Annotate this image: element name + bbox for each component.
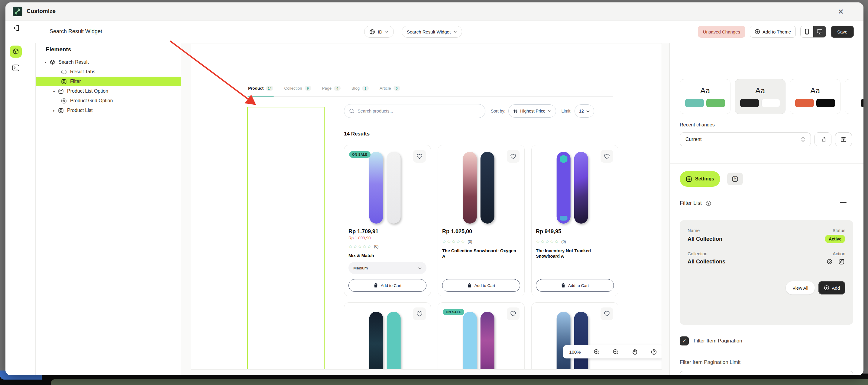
sort-dropdown[interactable]: Highest Price bbox=[508, 104, 556, 118]
product-card[interactable] bbox=[344, 302, 431, 370]
widget-selector[interactable]: Search Result Widget bbox=[402, 26, 462, 38]
tab-count-badge: 1 bbox=[362, 86, 369, 91]
tab-blog[interactable]: Blog 1 bbox=[351, 84, 369, 96]
id-selector[interactable]: ID bbox=[364, 26, 394, 38]
tab-product[interactable]: Product 14 bbox=[248, 84, 273, 96]
desktop-preview-icon[interactable] bbox=[813, 26, 826, 37]
review-count: (0) bbox=[374, 244, 378, 249]
cube-icon bbox=[12, 48, 19, 55]
product-card[interactable]: ON SALE Rp 1.709,91 Rp 1.899,90 ☆☆☆☆☆ (0… bbox=[344, 145, 431, 296]
compare-at-price: Rp 1.899,90 bbox=[348, 236, 427, 240]
tree-item-product-grid-option[interactable]: Product Grid Option bbox=[36, 96, 181, 106]
plus-circle-icon bbox=[824, 285, 829, 290]
snowboard-graphic bbox=[557, 312, 570, 370]
help-button[interactable] bbox=[644, 345, 662, 358]
product-search-field[interactable] bbox=[344, 104, 485, 118]
pagination-checkbox-checked[interactable]: ✓ bbox=[680, 337, 689, 346]
color-swatch bbox=[795, 99, 814, 107]
limit-dropdown[interactable]: 12 bbox=[575, 104, 594, 118]
zoom-level[interactable]: 100% bbox=[563, 345, 587, 358]
select-chevrons-icon bbox=[801, 137, 805, 142]
export-version-button[interactable] bbox=[835, 133, 852, 146]
wishlist-heart-button[interactable] bbox=[600, 308, 613, 320]
import-version-button[interactable] bbox=[814, 133, 831, 146]
view-all-button[interactable]: View All bbox=[786, 281, 815, 294]
save-button[interactable]: Save bbox=[831, 26, 854, 38]
elements-rail-button[interactable] bbox=[10, 45, 22, 58]
add-to-cart-button[interactable]: Add to Cart bbox=[536, 279, 614, 292]
star-rating-icons: ☆☆☆☆☆ bbox=[536, 239, 559, 244]
theme-preset-card[interactable]: Aa bbox=[680, 79, 731, 114]
theme-preset-card[interactable]: Aa bbox=[790, 79, 840, 114]
product-title: Mix & Match bbox=[348, 253, 427, 258]
cube-icon bbox=[50, 60, 55, 65]
exit-button[interactable] bbox=[11, 23, 22, 34]
left-icon-rail bbox=[5, 43, 36, 375]
filter-placeholder-outline[interactable] bbox=[247, 107, 324, 370]
add-filter-button[interactable]: Add bbox=[818, 281, 845, 294]
mobile-preview-icon[interactable] bbox=[801, 26, 813, 37]
help-circle-icon[interactable] bbox=[705, 200, 711, 206]
tree-item-search-result[interactable]: ▾ Search Result bbox=[36, 57, 181, 67]
device-preview-toggle[interactable] bbox=[800, 26, 826, 38]
tree-item-label: Product Grid Option bbox=[70, 98, 113, 104]
zoom-in-button[interactable] bbox=[587, 345, 606, 358]
search-input[interactable] bbox=[358, 109, 480, 113]
caret-right-icon[interactable]: ▸ bbox=[53, 109, 56, 112]
wishlist-heart-button[interactable] bbox=[413, 308, 426, 320]
elements-section-title: Elements bbox=[36, 43, 181, 56]
wishlist-heart-button[interactable] bbox=[507, 308, 520, 320]
canvas-zoom-toolbar: 100% bbox=[563, 345, 662, 358]
version-select[interactable]: Current bbox=[680, 133, 811, 146]
tree-item-label: Product List Option bbox=[67, 89, 108, 94]
add-to-cart-label: Add to Cart bbox=[568, 283, 589, 288]
pagination-checkbox-label: Filter Item Pagination bbox=[693, 338, 742, 344]
tab-translations[interactable]: 文 bbox=[727, 173, 743, 185]
collapse-section-icon[interactable] bbox=[840, 202, 846, 203]
snowboard-graphic bbox=[480, 312, 494, 370]
tab-article[interactable]: Article 0 bbox=[380, 84, 400, 96]
translate-icon: 文 bbox=[732, 176, 738, 182]
widget-header-row: Search Result Widget ID Search Result Wi… bbox=[5, 21, 864, 43]
wishlist-heart-button[interactable] bbox=[600, 150, 613, 163]
rating-row: ☆☆☆☆☆ (0) bbox=[442, 239, 520, 244]
product-card[interactable]: ON SALE bbox=[438, 302, 525, 370]
tab-settings[interactable]: Settings bbox=[680, 171, 720, 187]
tab-page[interactable]: Page 4 bbox=[322, 84, 341, 96]
add-to-cart-button[interactable]: Add to Cart bbox=[348, 279, 427, 292]
caret-down-icon[interactable]: ▾ bbox=[44, 61, 47, 64]
variant-select[interactable]: Medium bbox=[348, 262, 427, 274]
theme-swatches bbox=[861, 99, 864, 107]
add-to-theme-button[interactable]: Add to Theme bbox=[750, 26, 796, 38]
product-photo bbox=[369, 312, 401, 370]
pagination-limit-input[interactable] bbox=[680, 371, 853, 375]
product-card[interactable] bbox=[531, 302, 618, 370]
caret-right-icon[interactable]: ▸ bbox=[53, 90, 56, 93]
zoom-out-button[interactable] bbox=[606, 345, 625, 358]
edit-pencil-icon[interactable] bbox=[838, 258, 845, 265]
tree-item-filter[interactable]: Filter bbox=[36, 77, 181, 86]
theme-preset-card[interactable]: Aa bbox=[845, 79, 864, 114]
product-title: The Inventory Not Tracked Snowboard A bbox=[536, 248, 614, 259]
console-rail-button[interactable] bbox=[10, 62, 22, 74]
chevron-down-icon bbox=[418, 267, 422, 269]
tree-item-product-list[interactable]: ▸ Product List bbox=[36, 106, 181, 115]
wishlist-heart-button[interactable] bbox=[507, 150, 520, 163]
snowboard-graphic bbox=[369, 312, 383, 370]
color-swatch bbox=[761, 99, 780, 107]
product-card[interactable]: Rp 1.025,00 ☆☆☆☆☆ (0) The Collection Sno… bbox=[438, 145, 525, 296]
add-to-cart-button[interactable]: Add to Cart bbox=[442, 279, 520, 292]
theme-preset-card-selected[interactable]: Aa bbox=[735, 79, 785, 114]
tree-item-product-list-option[interactable]: ▸ Product List Option bbox=[36, 86, 181, 96]
wishlist-heart-button[interactable] bbox=[413, 150, 426, 163]
tab-collection[interactable]: Collection 9 bbox=[284, 84, 311, 96]
product-card[interactable]: Rp 949,95 ☆☆☆☆☆ (0) The Inventory Not Tr… bbox=[531, 145, 618, 296]
view-eye-icon[interactable] bbox=[826, 258, 833, 265]
product-photo bbox=[557, 152, 588, 223]
snowboard-graphic bbox=[574, 152, 588, 223]
plus-circle-icon bbox=[755, 29, 760, 34]
close-icon[interactable]: ✕ bbox=[836, 7, 846, 17]
tree-item-result-tabs[interactable]: Result Tabs bbox=[36, 67, 181, 77]
board-logo bbox=[560, 155, 567, 163]
pan-hand-button[interactable] bbox=[625, 345, 644, 358]
